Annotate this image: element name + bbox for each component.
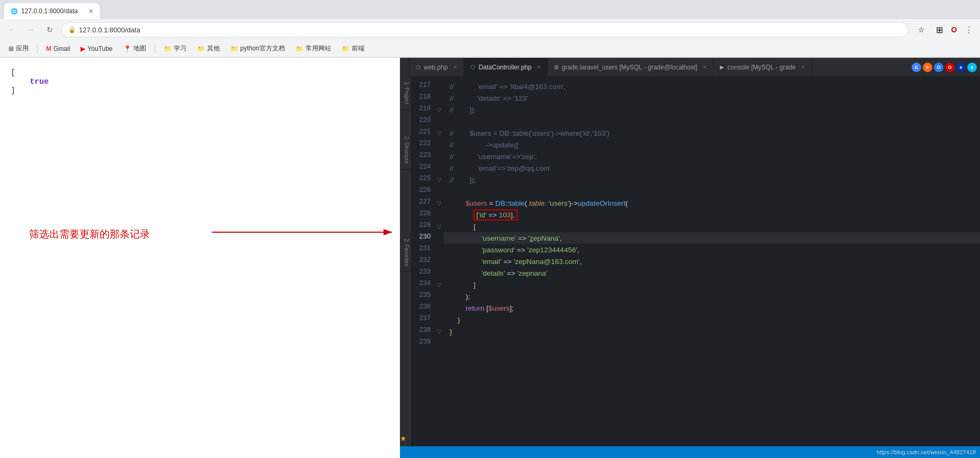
- console-icon: ▶: [720, 64, 724, 70]
- bookmark-study-label: 学习: [174, 44, 186, 53]
- line-num-231: 231: [415, 244, 431, 256]
- code-line-230: 'username' => 'zepNana',: [443, 232, 980, 244]
- tab-close-icon[interactable]: ✕: [88, 8, 93, 15]
- line-num-236: 236: [415, 302, 431, 314]
- folder-python-icon: 📁: [230, 45, 238, 52]
- back-button[interactable]: ←: [4, 22, 19, 37]
- line-num-219: 219: [415, 104, 431, 116]
- ide-tab-web-php-label: web.php: [424, 64, 448, 71]
- bookmark-common-label: 常用网站: [306, 44, 331, 53]
- code-line-228: ['id' => 103],: [443, 209, 980, 221]
- line-num-234: 234: [415, 279, 431, 290]
- bookmark-separator-2: [155, 44, 155, 54]
- youtube-favicon: ▶: [81, 45, 85, 52]
- line-num-235: 235: [415, 290, 431, 302]
- extensions-icon[interactable]: ⊞: [932, 23, 946, 37]
- tab-bar: 🌐 127.0.0.1:8000/data ✕: [0, 0, 980, 19]
- forward-button[interactable]: →: [23, 22, 38, 37]
- gutter-fold-219[interactable]: ▽: [437, 104, 441, 116]
- ide-tab-console[interactable]: ▶ console [MySQL - grade ✕: [714, 58, 812, 76]
- chrome-icon[interactable]: C: [912, 63, 921, 72]
- line-num-237: 237: [415, 314, 431, 325]
- code-area: 1: Project 2: Structure 2: Favorites ★ 2…: [400, 76, 980, 446]
- code-line-235: );: [443, 290, 980, 302]
- bookmark-other[interactable]: 📁 其他: [193, 42, 224, 55]
- annotation-arrow-svg: [212, 225, 400, 246]
- bookmark-youtube-label: YouTube: [87, 45, 112, 52]
- vtab-bottom-star: ★: [400, 434, 411, 446]
- ide-tab-mysql-label: grade.laravel_users [MySQL - grade@local…: [562, 64, 697, 71]
- code-line-226: [443, 186, 980, 197]
- line-num-229: 229: [415, 221, 431, 232]
- annotation-text: 筛选出需要更新的那条记录: [29, 227, 150, 241]
- code-line-220: [443, 116, 980, 127]
- bookmark-youtube[interactable]: ▶ YouTube: [76, 43, 117, 54]
- opera-red-icon[interactable]: O: [945, 63, 955, 72]
- ide-left-panel-toggle[interactable]: [400, 58, 409, 76]
- toolbar-icons: ⊞ O ⋮: [932, 23, 976, 37]
- code-line-233: 'details' => 'zepnana': [443, 267, 980, 279]
- gutter-fold-229[interactable]: ▽: [437, 221, 441, 232]
- bookmark-gmail[interactable]: M Gmail: [42, 43, 74, 54]
- code-line-227: $users = DB::table( table: 'users')->upd…: [443, 197, 980, 209]
- browser-tab[interactable]: 🌐 127.0.0.1:8000/data ✕: [4, 3, 100, 19]
- lock-icon: 🔒: [68, 27, 76, 33]
- bookmark-study[interactable]: 📁 学习: [159, 42, 191, 55]
- reload-button[interactable]: ↻: [42, 22, 57, 37]
- gutter-fold-225[interactable]: ▽: [437, 174, 441, 186]
- gutter-fold-238[interactable]: ▽: [437, 325, 441, 337]
- mysql-users-icon: ⊞: [554, 64, 558, 70]
- folder-frontend-icon: 📁: [342, 45, 350, 52]
- line-num-238: 238: [415, 325, 431, 337]
- code-line-229: [: [443, 221, 980, 232]
- folder-study-icon: 📁: [164, 45, 172, 52]
- bookmark-python-docs[interactable]: 📁 python官方文档: [226, 42, 289, 55]
- ide-tab-datacontroller[interactable]: ⬡ DataController.php ✕: [464, 58, 548, 76]
- gutter-fold-221[interactable]: ▽: [437, 127, 441, 139]
- ide-tab-datacontroller-close[interactable]: ✕: [537, 64, 541, 70]
- ide-tab-console-close[interactable]: ✕: [801, 64, 805, 70]
- json-line-1: [: [11, 68, 389, 77]
- gutter-fold-234[interactable]: ▽: [437, 279, 441, 290]
- opera-icon[interactable]: O: [947, 23, 961, 37]
- ie-icon[interactable]: e: [956, 63, 966, 72]
- bookmark-frontend[interactable]: 📁 前端: [337, 42, 369, 55]
- firefox-icon[interactable]: F: [923, 63, 932, 72]
- edge-icon[interactable]: e: [967, 63, 977, 72]
- vtab-favorites[interactable]: 2: Favorites: [400, 233, 411, 272]
- ide-tab-console-label: console [MySQL - grade: [727, 64, 796, 71]
- opera-blue-icon[interactable]: O: [934, 63, 943, 72]
- address-bar[interactable]: 🔒 127.0.0.1:8000/data: [61, 22, 908, 37]
- line-num-218: 218: [415, 92, 431, 104]
- maps-favicon: 📍: [123, 45, 131, 52]
- code-line-219: // ]);: [443, 104, 980, 116]
- code-line-232: 'email' => 'zepNana@163.com',: [443, 256, 980, 267]
- vtab-structure[interactable]: 2: Structure: [400, 131, 411, 170]
- bookmark-star-icon[interactable]: ☆: [914, 23, 928, 37]
- menu-icon[interactable]: ⋮: [962, 23, 976, 37]
- bookmark-apps[interactable]: ⊞ 应用: [4, 42, 33, 55]
- code-line-221: // $users = DB::table('users')->where('i…: [443, 127, 980, 139]
- highlighted-code: ['id' => 103],: [474, 209, 518, 221]
- bookmark-maps-label: 地图: [133, 44, 146, 53]
- ide-tabs: ⬡ web.php ✕ ⬡ DataController.php ✕ ⊞ gra…: [400, 58, 980, 76]
- bookmark-gmail-label: Gmail: [54, 45, 70, 52]
- bookmark-python-label: python官方文档: [240, 44, 285, 53]
- ide-tab-web-php[interactable]: ⬡ web.php ✕: [409, 58, 464, 76]
- bookmark-apps-label: 应用: [16, 44, 29, 53]
- bookmark-maps[interactable]: 📍 地图: [119, 42, 150, 55]
- ide-tab-web-php-close[interactable]: ✕: [453, 64, 457, 70]
- ide-tab-mysql-close[interactable]: ✕: [702, 64, 707, 70]
- main-area: [ true ] 筛选出需要更新的那条记录: [0, 58, 980, 458]
- vtab-project[interactable]: 1: Project: [400, 76, 411, 110]
- line-num-239: 239: [415, 337, 431, 349]
- line-num-232: 232: [415, 256, 431, 267]
- datacontroller-icon: ⬡: [470, 64, 475, 70]
- code-line-234: ]: [443, 279, 980, 290]
- ide-tab-mysql-users[interactable]: ⊞ grade.laravel_users [MySQL - grade@loc…: [548, 58, 714, 76]
- gutter-fold-227[interactable]: ▽: [437, 197, 441, 209]
- line-num-217: 217: [415, 81, 431, 92]
- bookmark-common-sites[interactable]: 📁 常用网站: [291, 42, 335, 55]
- code-line-223: // 'username'=>'zep',: [443, 151, 980, 162]
- line-num-222: 222: [415, 139, 431, 151]
